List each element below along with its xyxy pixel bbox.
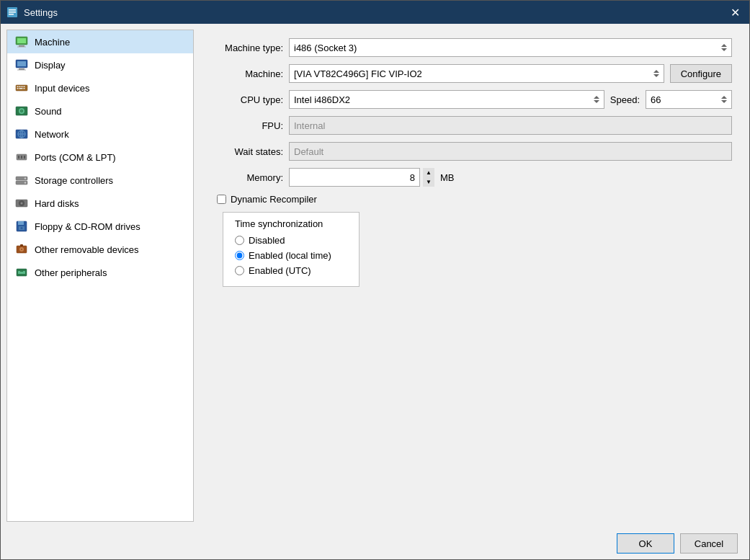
- svg-rect-3: [9, 14, 14, 15]
- machine-control: [VIA VT82C496G] FIC VIP-IO2: [289, 64, 664, 83]
- ports-icon: [14, 150, 29, 164]
- svg-rect-32: [24, 156, 25, 159]
- svg-rect-15: [22, 86, 23, 88]
- cpu-type-select[interactable]: Intel i486DX2: [289, 90, 604, 109]
- wait-states-label: Wait states:: [211, 146, 283, 157]
- fpu-label: FPU:: [211, 120, 283, 131]
- speed-label: Speed:: [610, 94, 640, 105]
- time-sync-disabled-radio[interactable]: [235, 236, 244, 245]
- time-sync-disabled-row: Disabled: [235, 235, 347, 246]
- svg-point-35: [24, 177, 26, 179]
- memory-row: Memory: ▲ ▼ MB: [211, 168, 732, 187]
- svg-rect-9: [17, 61, 26, 66]
- svg-rect-18: [19, 88, 23, 89]
- sidebar-label-storage: Storage controllers: [35, 175, 113, 186]
- fpu-row: FPU: Internal: [211, 116, 732, 135]
- time-sync-utc-radio[interactable]: [235, 266, 244, 275]
- sidebar-label-display: Display: [35, 60, 66, 71]
- fpu-control: Internal: [289, 116, 732, 135]
- svg-rect-14: [19, 86, 21, 88]
- svg-rect-11: [17, 70, 26, 71]
- input-icon: [14, 81, 29, 95]
- sidebar-item-floppy[interactable]: Floppy & CD-ROM drives: [7, 215, 193, 238]
- machine-select[interactable]: [VIA VT82C496G] FIC VIP-IO2: [289, 64, 664, 83]
- memory-spinner: ▲ ▼: [423, 168, 434, 187]
- svg-point-39: [21, 203, 23, 205]
- removable-icon: [14, 242, 29, 257]
- memory-up-button[interactable]: ▲: [423, 168, 434, 177]
- dynamic-recompiler-row: Dynamic Recompiler: [211, 194, 732, 205]
- sidebar-item-sound[interactable]: Sound: [7, 99, 193, 123]
- sidebar-item-ports[interactable]: Ports (COM & LPT): [7, 146, 193, 169]
- floppy-icon: [14, 219, 29, 234]
- sidebar-label-machine: Machine: [35, 37, 70, 48]
- content-area: Machine Display Input devices Sound: [1, 24, 749, 528]
- machine-row: Machine: [VIA VT82C496G] FIC VIP-IO2 Con…: [211, 64, 732, 83]
- sidebar-label-network: Network: [35, 129, 69, 140]
- sidebar-item-removable[interactable]: Other removable devices: [7, 238, 193, 261]
- svg-rect-31: [21, 156, 22, 159]
- memory-unit: MB: [440, 172, 455, 183]
- svg-rect-1: [9, 9, 16, 11]
- dynamic-recompiler-label: Dynamic Recompiler: [231, 194, 317, 205]
- svg-rect-13: [17, 86, 19, 88]
- storage-icon: [14, 173, 29, 187]
- machine-label: Machine:: [211, 68, 283, 79]
- machine-type-select[interactable]: i486 (Socket 3): [289, 38, 732, 57]
- svg-rect-2: [9, 12, 16, 13]
- sidebar-label-input: Input devices: [35, 83, 90, 94]
- cpu-row: CPU type: Intel i486DX2 Speed: 66: [211, 90, 732, 109]
- time-sync-section: Time synchronization Disabled Enabled (l…: [217, 212, 732, 287]
- sidebar-item-storage[interactable]: Storage controllers: [7, 169, 193, 192]
- sidebar-label-sound: Sound: [35, 106, 62, 117]
- sound-icon: [14, 104, 29, 118]
- display-icon: [14, 58, 29, 72]
- window-icon: [6, 6, 18, 18]
- cpu-type-label: CPU type:: [211, 94, 283, 105]
- dynamic-recompiler-checkbox[interactable]: [217, 195, 226, 204]
- svg-rect-7: [17, 47, 26, 48]
- machine-type-label: Machine type:: [211, 43, 283, 53]
- sidebar-item-display[interactable]: Display: [7, 53, 193, 76]
- memory-label: Memory:: [211, 172, 283, 183]
- title-bar: Settings ✕: [1, 1, 749, 24]
- cpu-controls: Intel i486DX2 Speed: 66: [289, 90, 732, 109]
- sidebar-label-hdd: Hard disks: [35, 198, 79, 209]
- sidebar-item-input[interactable]: Input devices: [7, 76, 193, 99]
- wait-states-control: Default: [289, 142, 732, 161]
- svg-rect-19: [24, 88, 25, 89]
- main-panel: Machine type: i486 (Socket 3) Machine: […: [200, 30, 744, 522]
- settings-window: Settings ✕ Machine Display Inp: [0, 0, 750, 560]
- svg-rect-16: [24, 86, 25, 88]
- time-sync-utc-row: Enabled (UTC): [235, 265, 347, 276]
- time-sync-local-label: Enabled (local time): [249, 250, 331, 261]
- sidebar-item-machine[interactable]: Machine: [7, 30, 193, 53]
- hdd-icon: [14, 196, 29, 210]
- configure-button[interactable]: Configure: [670, 64, 732, 83]
- footer: OK Cancel: [1, 528, 749, 559]
- time-sync-title: Time synchronization: [235, 218, 347, 229]
- wait-states-value: Default: [289, 142, 732, 161]
- sidebar-item-network[interactable]: Network: [7, 123, 193, 146]
- sidebar-label-removable: Other removable devices: [35, 244, 139, 255]
- memory-input[interactable]: [289, 168, 420, 187]
- time-sync-disabled-label: Disabled: [249, 235, 285, 246]
- svg-rect-17: [17, 88, 19, 89]
- svg-point-43: [21, 227, 23, 229]
- cancel-button[interactable]: Cancel: [680, 533, 738, 554]
- peripherals-icon: [14, 265, 29, 280]
- sidebar-item-hdd[interactable]: Hard disks: [7, 192, 193, 215]
- sidebar-label-floppy: Floppy & CD-ROM drives: [35, 221, 140, 232]
- ok-button[interactable]: OK: [617, 533, 674, 554]
- sidebar-label-ports: Ports (COM & LPT): [35, 152, 116, 163]
- time-sync-local-row: Enabled (local time): [235, 250, 347, 261]
- network-icon: [14, 127, 29, 141]
- speed-select[interactable]: 66: [646, 90, 732, 109]
- time-sync-local-radio[interactable]: [235, 251, 244, 260]
- memory-down-button[interactable]: ▼: [423, 177, 434, 187]
- svg-rect-50: [20, 270, 23, 272]
- close-button[interactable]: ✕: [726, 4, 744, 21]
- machine-type-control: i486 (Socket 3): [289, 38, 732, 57]
- fpu-value: Internal: [289, 116, 732, 135]
- sidebar-item-peripherals[interactable]: Other peripherals: [7, 261, 193, 284]
